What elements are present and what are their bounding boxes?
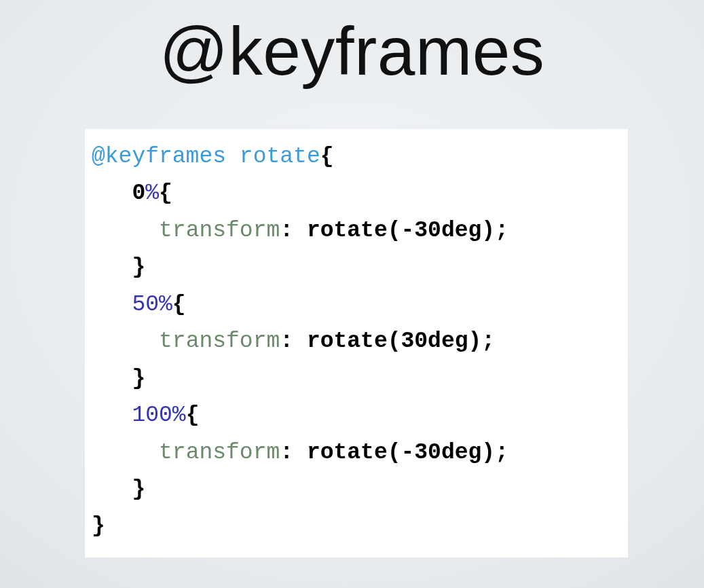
- brace-open: {: [186, 403, 200, 428]
- keyword-keyframes: @keyframes: [92, 144, 226, 169]
- indent: [92, 329, 159, 354]
- space: [293, 440, 307, 465]
- percent-sign: %: [145, 181, 159, 206]
- percent-value: 0: [132, 181, 145, 206]
- indent: [92, 477, 132, 502]
- brace-close: }: [132, 477, 145, 502]
- code-block: @keyframes rotate{ 0%{ transform: rotate…: [85, 129, 628, 557]
- indent: [92, 255, 132, 280]
- slide: @keyframes @keyframes rotate{ 0%{ transf…: [0, 0, 704, 588]
- percent-value: 100%: [132, 403, 185, 428]
- css-property: transform: [159, 440, 280, 465]
- brace-open: {: [320, 144, 334, 169]
- semicolon: ;: [495, 440, 508, 465]
- colon: :: [280, 440, 293, 465]
- indent: [92, 366, 132, 391]
- space: [293, 218, 307, 243]
- indent: [92, 218, 159, 243]
- css-property: transform: [159, 329, 280, 354]
- code-content: @keyframes rotate{ 0%{ transform: rotate…: [92, 139, 621, 545]
- semicolon: ;: [495, 218, 508, 243]
- space: [226, 144, 240, 169]
- css-value: rotate(-30deg): [307, 440, 495, 465]
- colon: :: [280, 218, 293, 243]
- css-property: transform: [159, 218, 280, 243]
- brace-open: {: [159, 181, 172, 206]
- brace-close: }: [92, 513, 105, 538]
- brace-open: {: [172, 292, 186, 317]
- colon: :: [280, 329, 293, 354]
- indent: [92, 181, 132, 206]
- animation-name: rotate: [240, 144, 320, 169]
- indent: [92, 440, 159, 465]
- slide-title: @keyframes: [0, 12, 704, 90]
- indent: [92, 292, 132, 317]
- space: [293, 329, 307, 354]
- semicolon: ;: [481, 329, 495, 354]
- css-value: rotate(30deg): [307, 329, 481, 354]
- css-value: rotate(-30deg): [307, 218, 495, 243]
- brace-close: }: [132, 255, 145, 280]
- brace-close: }: [132, 366, 145, 391]
- percent-value: 50%: [132, 292, 172, 317]
- indent: [92, 403, 132, 428]
